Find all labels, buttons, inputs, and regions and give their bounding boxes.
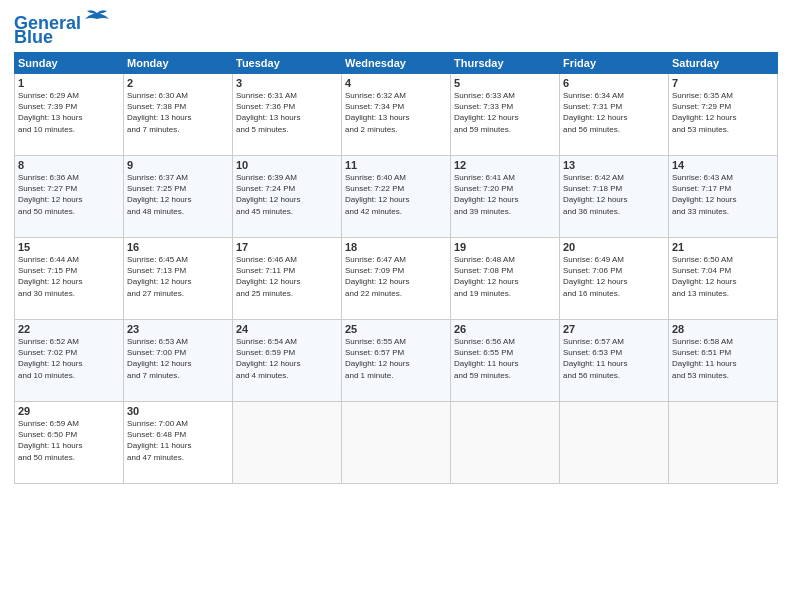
calendar-cell: 7Sunrise: 6:35 AMSunset: 7:29 PMDaylight… [669,74,778,156]
day-number: 9 [127,159,229,171]
calendar-cell: 22Sunrise: 6:52 AMSunset: 7:02 PMDayligh… [15,320,124,402]
cell-info: Sunrise: 6:55 AMSunset: 6:57 PMDaylight:… [345,336,447,381]
calendar-cell: 21Sunrise: 6:50 AMSunset: 7:04 PMDayligh… [669,238,778,320]
calendar-cell: 13Sunrise: 6:42 AMSunset: 7:18 PMDayligh… [560,156,669,238]
day-number: 22 [18,323,120,335]
cell-info: Sunrise: 6:44 AMSunset: 7:15 PMDaylight:… [18,254,120,299]
cell-info: Sunrise: 6:50 AMSunset: 7:04 PMDaylight:… [672,254,774,299]
cell-info: Sunrise: 6:32 AMSunset: 7:34 PMDaylight:… [345,90,447,135]
calendar-cell: 11Sunrise: 6:40 AMSunset: 7:22 PMDayligh… [342,156,451,238]
day-number: 11 [345,159,447,171]
day-number: 18 [345,241,447,253]
day-number: 25 [345,323,447,335]
calendar-week-row: 29Sunrise: 6:59 AMSunset: 6:50 PMDayligh… [15,402,778,484]
cell-info: Sunrise: 6:35 AMSunset: 7:29 PMDaylight:… [672,90,774,135]
calendar-cell: 20Sunrise: 6:49 AMSunset: 7:06 PMDayligh… [560,238,669,320]
calendar-week-row: 22Sunrise: 6:52 AMSunset: 7:02 PMDayligh… [15,320,778,402]
day-number: 24 [236,323,338,335]
calendar-cell [233,402,342,484]
day-number: 2 [127,77,229,89]
cell-info: Sunrise: 6:54 AMSunset: 6:59 PMDaylight:… [236,336,338,381]
weekday-monday: Monday [124,53,233,74]
calendar-week-row: 1Sunrise: 6:29 AMSunset: 7:39 PMDaylight… [15,74,778,156]
calendar-cell: 1Sunrise: 6:29 AMSunset: 7:39 PMDaylight… [15,74,124,156]
calendar-cell: 3Sunrise: 6:31 AMSunset: 7:36 PMDaylight… [233,74,342,156]
cell-info: Sunrise: 6:40 AMSunset: 7:22 PMDaylight:… [345,172,447,217]
cell-info: Sunrise: 6:45 AMSunset: 7:13 PMDaylight:… [127,254,229,299]
calendar-cell: 6Sunrise: 6:34 AMSunset: 7:31 PMDaylight… [560,74,669,156]
weekday-header-row: SundayMondayTuesdayWednesdayThursdayFrid… [15,53,778,74]
calendar-cell: 5Sunrise: 6:33 AMSunset: 7:33 PMDaylight… [451,74,560,156]
calendar-cell: 23Sunrise: 6:53 AMSunset: 7:00 PMDayligh… [124,320,233,402]
day-number: 14 [672,159,774,171]
calendar-cell: 12Sunrise: 6:41 AMSunset: 7:20 PMDayligh… [451,156,560,238]
calendar-cell: 14Sunrise: 6:43 AMSunset: 7:17 PMDayligh… [669,156,778,238]
weekday-sunday: Sunday [15,53,124,74]
calendar-cell: 8Sunrise: 6:36 AMSunset: 7:27 PMDaylight… [15,156,124,238]
calendar-week-row: 8Sunrise: 6:36 AMSunset: 7:27 PMDaylight… [15,156,778,238]
calendar-cell: 25Sunrise: 6:55 AMSunset: 6:57 PMDayligh… [342,320,451,402]
cell-info: Sunrise: 6:42 AMSunset: 7:18 PMDaylight:… [563,172,665,217]
calendar-cell: 29Sunrise: 6:59 AMSunset: 6:50 PMDayligh… [15,402,124,484]
cell-info: Sunrise: 6:31 AMSunset: 7:36 PMDaylight:… [236,90,338,135]
day-number: 15 [18,241,120,253]
day-number: 8 [18,159,120,171]
weekday-saturday: Saturday [669,53,778,74]
cell-info: Sunrise: 6:34 AMSunset: 7:31 PMDaylight:… [563,90,665,135]
cell-info: Sunrise: 6:37 AMSunset: 7:25 PMDaylight:… [127,172,229,217]
calendar-cell [669,402,778,484]
cell-info: Sunrise: 6:49 AMSunset: 7:06 PMDaylight:… [563,254,665,299]
calendar-body: 1Sunrise: 6:29 AMSunset: 7:39 PMDaylight… [15,74,778,484]
day-number: 21 [672,241,774,253]
day-number: 5 [454,77,556,89]
calendar-cell: 4Sunrise: 6:32 AMSunset: 7:34 PMDaylight… [342,74,451,156]
day-number: 28 [672,323,774,335]
logo-blue-text: Blue [14,28,53,46]
weekday-wednesday: Wednesday [342,53,451,74]
day-number: 10 [236,159,338,171]
cell-info: Sunrise: 6:36 AMSunset: 7:27 PMDaylight:… [18,172,120,217]
calendar-page: General Blue SundayMondayTuesdayWednesda… [0,0,792,612]
calendar-cell [560,402,669,484]
day-number: 17 [236,241,338,253]
cell-info: Sunrise: 6:29 AMSunset: 7:39 PMDaylight:… [18,90,120,135]
calendar-cell: 16Sunrise: 6:45 AMSunset: 7:13 PMDayligh… [124,238,233,320]
cell-info: Sunrise: 6:52 AMSunset: 7:02 PMDaylight:… [18,336,120,381]
weekday-thursday: Thursday [451,53,560,74]
day-number: 23 [127,323,229,335]
weekday-friday: Friday [560,53,669,74]
cell-info: Sunrise: 6:57 AMSunset: 6:53 PMDaylight:… [563,336,665,381]
calendar-cell: 19Sunrise: 6:48 AMSunset: 7:08 PMDayligh… [451,238,560,320]
calendar-header: SundayMondayTuesdayWednesdayThursdayFrid… [15,53,778,74]
cell-info: Sunrise: 6:30 AMSunset: 7:38 PMDaylight:… [127,90,229,135]
day-number: 16 [127,241,229,253]
header: General Blue [14,10,778,46]
calendar-cell: 30Sunrise: 7:00 AMSunset: 6:48 PMDayligh… [124,402,233,484]
calendar-cell: 18Sunrise: 6:47 AMSunset: 7:09 PMDayligh… [342,238,451,320]
logo: General Blue [14,10,111,46]
day-number: 6 [563,77,665,89]
day-number: 19 [454,241,556,253]
calendar-cell: 17Sunrise: 6:46 AMSunset: 7:11 PMDayligh… [233,238,342,320]
day-number: 26 [454,323,556,335]
cell-info: Sunrise: 6:41 AMSunset: 7:20 PMDaylight:… [454,172,556,217]
day-number: 1 [18,77,120,89]
calendar-cell: 10Sunrise: 6:39 AMSunset: 7:24 PMDayligh… [233,156,342,238]
day-number: 12 [454,159,556,171]
cell-info: Sunrise: 7:00 AMSunset: 6:48 PMDaylight:… [127,418,229,463]
cell-info: Sunrise: 6:59 AMSunset: 6:50 PMDaylight:… [18,418,120,463]
day-number: 30 [127,405,229,417]
calendar-cell: 9Sunrise: 6:37 AMSunset: 7:25 PMDaylight… [124,156,233,238]
day-number: 29 [18,405,120,417]
cell-info: Sunrise: 6:58 AMSunset: 6:51 PMDaylight:… [672,336,774,381]
weekday-tuesday: Tuesday [233,53,342,74]
cell-info: Sunrise: 6:56 AMSunset: 6:55 PMDaylight:… [454,336,556,381]
calendar-cell: 26Sunrise: 6:56 AMSunset: 6:55 PMDayligh… [451,320,560,402]
calendar-week-row: 15Sunrise: 6:44 AMSunset: 7:15 PMDayligh… [15,238,778,320]
cell-info: Sunrise: 6:43 AMSunset: 7:17 PMDaylight:… [672,172,774,217]
day-number: 7 [672,77,774,89]
cell-info: Sunrise: 6:33 AMSunset: 7:33 PMDaylight:… [454,90,556,135]
calendar-cell [342,402,451,484]
calendar-cell: 24Sunrise: 6:54 AMSunset: 6:59 PMDayligh… [233,320,342,402]
cell-info: Sunrise: 6:47 AMSunset: 7:09 PMDaylight:… [345,254,447,299]
